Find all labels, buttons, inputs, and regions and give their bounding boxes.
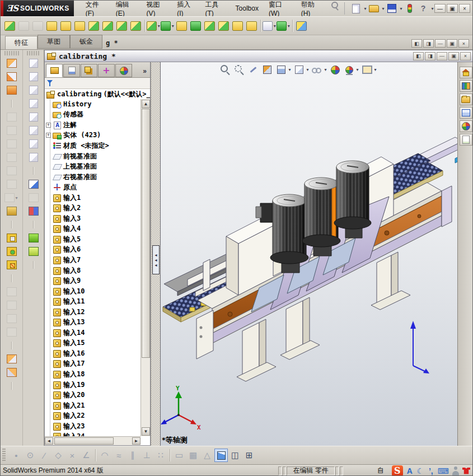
grid-button[interactable]: ▦ — [186, 449, 200, 462]
offset-entities[interactable] — [26, 245, 41, 258]
restore-doc-button[interactable]: ▣ — [448, 52, 459, 60]
units-button[interactable]: ▭ — [172, 449, 186, 462]
close-doc-button[interactable]: × — [458, 39, 469, 48]
close-doc-button[interactable]: × — [460, 52, 471, 60]
expand-toggle[interactable]: + — [46, 133, 51, 138]
view-bottom[interactable] — [26, 124, 41, 137]
view-left[interactable] — [26, 83, 41, 97]
delete-hole[interactable] — [4, 325, 19, 339]
shell[interactable] — [59, 18, 73, 33]
view-normal-to[interactable] — [26, 151, 41, 164]
display-style-button[interactable]: ▾ — [293, 63, 310, 76]
tree-item-material[interactable]: 材质 <未指定> — [45, 141, 141, 151]
collapse-panel-handle[interactable]: ◄◄◄ — [152, 245, 160, 274]
tree-item-solid-bodies[interactable]: + 实体 (423) — [45, 130, 141, 141]
snap-nearest[interactable]: ≈ — [112, 449, 125, 462]
design-library-tab[interactable] — [460, 80, 472, 92]
ime-fullhalf-icon[interactable]: ☾ — [416, 466, 424, 476]
untrim-surface[interactable] — [4, 137, 19, 151]
filter-funnel-icon[interactable] — [46, 80, 54, 87]
indent[interactable] — [87, 18, 101, 33]
tree-item-front-plane[interactable]: 前视基准面 — [45, 151, 141, 162]
wrap[interactable] — [73, 18, 87, 33]
surface-cut[interactable] — [4, 178, 19, 191]
new-document-button[interactable]: ▾ — [349, 2, 367, 15]
export-body[interactable] — [4, 298, 19, 312]
rib[interactable] — [115, 18, 129, 33]
tab-sheetmetal[interactable]: 钣金 — [70, 35, 102, 49]
radiate-surface[interactable] — [4, 258, 19, 272]
import-body[interactable] — [4, 285, 19, 298]
view-palette-tab[interactable] — [460, 107, 472, 119]
snap-grid-points[interactable]: ∷ — [154, 449, 167, 462]
tree-item-imported-10[interactable]: 输入10 — [45, 286, 141, 297]
tree-item-imported-21[interactable]: 输入21 — [45, 400, 141, 411]
insert-part[interactable] — [3, 18, 17, 33]
edit-appearance-button[interactable] — [329, 63, 341, 76]
tree-item-imported-19[interactable]: 输入19 — [45, 380, 141, 390]
view-front[interactable] — [26, 57, 41, 70]
featuremanager-tab[interactable] — [46, 64, 63, 77]
revolved-surface[interactable] — [4, 83, 19, 97]
ime-punctuation-icon[interactable]: ’, — [427, 466, 435, 476]
tab-sketch[interactable]: 草图 — [38, 35, 70, 49]
spline-tool[interactable]: ▾ — [277, 18, 291, 33]
scroll-thumb[interactable] — [142, 109, 150, 358]
move-face[interactable] — [4, 312, 19, 325]
tree-item-imported-20[interactable]: 输入20 — [45, 390, 141, 400]
snap-polygon[interactable]: ◇ — [51, 449, 65, 462]
tree-item-imported-6[interactable]: 输入6 — [45, 245, 141, 255]
close-button[interactable]: × — [459, 4, 470, 13]
tree-item-imported-5[interactable]: 输入5 — [45, 234, 141, 245]
convert-entities[interactable] — [26, 231, 41, 245]
linear-pattern[interactable] — [217, 18, 231, 33]
tree-item-imported-16[interactable]: 输入16 — [45, 348, 141, 359]
snap-intersection[interactable]: × — [65, 449, 79, 462]
tree-item-imported-14[interactable]: 输入14 — [45, 328, 141, 338]
view-isometric[interactable] — [26, 137, 41, 151]
pane-left-button[interactable]: ◧ — [411, 39, 422, 48]
edit-sketch[interactable] — [26, 178, 41, 191]
mirror[interactable] — [17, 18, 31, 33]
graphics-viewport[interactable]: Y X Z ▾ — [161, 62, 457, 446]
minimize-button[interactable]: — — [434, 4, 446, 13]
knit-surface[interactable] — [4, 164, 19, 178]
pane-right-button[interactable]: ◨ — [423, 39, 434, 48]
more-tabs-chevron[interactable]: » — [143, 67, 149, 77]
tree-horizontal-scrollbar[interactable]: ◄ ► — [45, 436, 141, 445]
view-right[interactable] — [26, 97, 41, 110]
solidworks-resources-tab[interactable] — [460, 67, 472, 78]
combine[interactable] — [129, 18, 143, 33]
save-button[interactable]: ▾ — [385, 2, 403, 15]
tree-item-imported-9[interactable]: 输入9 — [45, 276, 141, 286]
boss-extrude[interactable] — [189, 18, 203, 33]
extend-surface[interactable] — [4, 110, 19, 124]
dimxpertmanager-tab[interactable] — [98, 64, 115, 77]
tree-item-imported-8[interactable]: 输入8 — [45, 265, 141, 276]
mid-surface[interactable] — [4, 204, 19, 218]
tree-vertical-scrollbar[interactable]: ▲ ▼ — [141, 99, 150, 436]
tree-filter-input[interactable] — [56, 80, 148, 87]
restore-button[interactable]: ▣ — [447, 4, 458, 13]
shaded-view-button[interactable] — [214, 449, 228, 462]
file-explorer-tab[interactable] — [460, 94, 472, 105]
custom-properties-tab[interactable] — [460, 134, 472, 146]
snap-line[interactable]: ∕ — [38, 449, 51, 462]
tree-item-imported-23[interactable]: 输入23 — [45, 421, 141, 432]
trim-surface[interactable] — [4, 124, 19, 137]
toolbar-grip[interactable] — [2, 449, 6, 462]
minimize-doc-button[interactable]: — — [437, 52, 447, 60]
filled-surface[interactable]: ▾ — [263, 18, 277, 33]
ruled-surface[interactable] — [4, 352, 19, 366]
offset-surface[interactable] — [4, 245, 19, 258]
displaymanager-tab[interactable] — [115, 64, 132, 77]
tree-item-imported-22[interactable]: 输入22 — [45, 410, 141, 421]
tree-item-right-plane[interactable]: 右视基准面 — [45, 172, 141, 183]
angle-snap-button[interactable]: △ — [200, 449, 214, 462]
tree-item-imported-7[interactable]: 输入7 — [45, 255, 141, 265]
3d-sketch[interactable] — [26, 191, 41, 204]
planar-surface[interactable] — [4, 231, 19, 245]
tree-item-imported-24[interactable]: 输入24 — [45, 432, 141, 437]
view-settings-button[interactable]: ▾ — [360, 63, 377, 76]
delete-face[interactable]: ▾ — [4, 191, 19, 204]
